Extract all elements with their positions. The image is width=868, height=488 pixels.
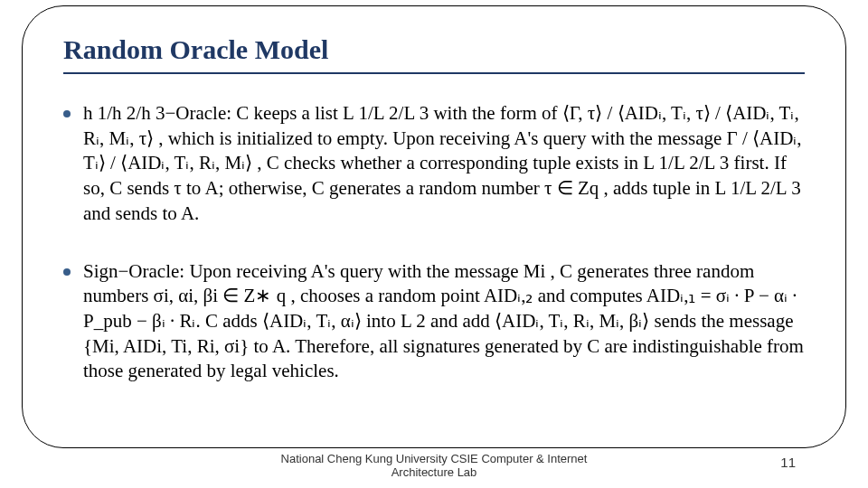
title-underline xyxy=(63,72,805,74)
footer: National Cheng Kung University CSIE Comp… xyxy=(0,452,868,479)
content-area: Random Oracle Model h 1/h 2/h 3−Oracle: … xyxy=(63,34,814,417)
bullet-text: h 1/h 2/h 3−Oracle: C keeps a list L 1/L… xyxy=(83,101,805,227)
page-number: 11 xyxy=(780,455,796,470)
bullet-item: Sign−Oracle: Upon receiving A's query wi… xyxy=(63,259,805,385)
bullet-dot-icon xyxy=(63,268,71,276)
bullet-item: h 1/h 2/h 3−Oracle: C keeps a list L 1/L… xyxy=(63,101,805,227)
slide-title: Random Oracle Model xyxy=(63,34,814,70)
bullet-text: Sign−Oracle: Upon receiving A's query wi… xyxy=(83,259,805,385)
bullet-list: h 1/h 2/h 3−Oracle: C keeps a list L 1/L… xyxy=(63,101,805,384)
footer-line2: Architecture Lab xyxy=(392,465,477,479)
bullet-dot-icon xyxy=(63,110,71,117)
slide: Random Oracle Model h 1/h 2/h 3−Oracle: … xyxy=(0,0,868,488)
footer-line1: National Cheng Kung University CSIE Comp… xyxy=(281,452,588,465)
